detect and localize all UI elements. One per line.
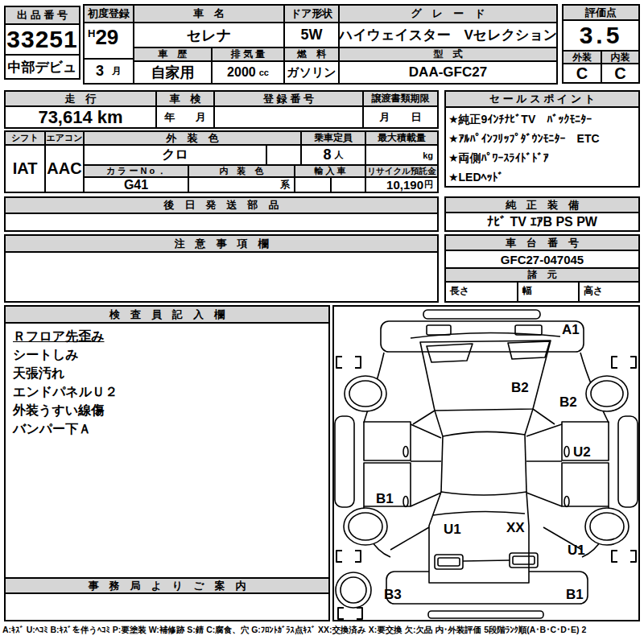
damage-label-u1-quarter: U1	[568, 543, 585, 557]
displacement-value: 2000 cc	[211, 60, 285, 85]
equipment-box: 純 正 装 備 ﾅﾋﾞ TV ｴｱB PS PW	[444, 196, 640, 232]
later-parts-body	[6, 214, 437, 230]
shift-value: IAT	[4, 144, 46, 193]
inspector-notes: Ｒフロア先歪み シートしみ 天張汚れ エンドパネルＵ２ 外装うすい線傷 バンパー…	[6, 324, 328, 441]
caution-body	[6, 253, 437, 301]
registration-number-header: 登 録 番 号	[213, 90, 364, 107]
c-pillar-right	[526, 493, 562, 506]
import-car-cell-right	[330, 176, 366, 193]
b-pillar-right	[526, 424, 562, 436]
recycle-deposit-value: 10,190 円	[365, 176, 439, 193]
exterior-color-value: クロ	[83, 144, 267, 166]
score-value: 3.5	[562, 19, 640, 52]
wheel-front-left-inner	[349, 381, 382, 407]
inspection-header: 車 検	[155, 90, 215, 107]
transfer-docs-value: 月 日	[362, 105, 439, 129]
mileage-value: 73,614 km	[4, 105, 157, 129]
footer-legend: A:ｷｽﾞ U:ﾍｺﾐ B:ｷｽﾞを伴うﾍｺﾐ P:要塗装 W:補修跡 S:錆 …	[2, 625, 642, 641]
car-outline-svg	[334, 307, 638, 620]
caution-header: 注 意 事 項 欄	[6, 236, 437, 253]
inspector-note: 外装うすい線傷	[13, 401, 321, 419]
roof-edge-right	[525, 409, 533, 435]
sales-point: ★ｱﾙﾊﾟｲﾝﾌﾘｯﾌﾟﾀﾞｳﾝﾓﾆﾀｰ ETC	[448, 129, 636, 148]
car-damage-diagram: A1 B2 B2 U2 B1 U1 XX U1 B3 B1	[332, 305, 640, 621]
displacement-unit: cc	[259, 68, 269, 77]
damage-label-xx-tailgate: XX	[506, 521, 525, 535]
roof-edge-left	[435, 411, 443, 436]
windshield	[420, 341, 551, 411]
exterior-color-extra-cell	[266, 144, 302, 166]
recycle-number: 10,190	[386, 178, 423, 192]
damage-label-b1-bumper: B1	[566, 588, 584, 601]
rear-bumper-lip	[428, 611, 543, 618]
chassis-header: 車 台 番 号	[446, 236, 638, 251]
b-pillar-left	[411, 424, 441, 438]
specs-header: 諸 元	[446, 269, 638, 283]
later-parts-box: 後 日 発 送 部 品	[4, 196, 439, 232]
inspector-header: 検 査 員 記 入 欄	[6, 307, 328, 324]
color-no-value: G41	[83, 176, 189, 193]
later-parts-header: 後 日 発 送 部 品	[6, 198, 437, 214]
fuel-value: ガソリン	[283, 60, 340, 85]
max-load-unit: kg	[423, 151, 433, 160]
a-pillar-right	[533, 409, 555, 424]
wheel-rear-left-inner	[349, 513, 382, 540]
front-panel	[381, 321, 584, 352]
wheel-rear-right-inner	[590, 513, 624, 540]
door-shape-header: ドア形状	[283, 4, 340, 23]
first-registration-month: 3 月	[83, 58, 134, 85]
exterior-grade-value: C	[562, 63, 602, 84]
month-unit: 月	[112, 64, 122, 78]
aircon-value: AAC	[44, 144, 85, 193]
damage-label-b2-hood: B2	[511, 381, 529, 394]
car-history-value: 自家用	[133, 60, 213, 85]
office-header: 事 務 局 よ り ご 案 内	[6, 579, 328, 594]
inspector-box: 検 査 員 記 入 欄 Ｒフロア先歪み シートしみ 天張汚れ エンドパネルＵ２ …	[4, 305, 330, 579]
office-body	[6, 594, 328, 620]
specs-row: 長さ 幅 高さ	[446, 283, 638, 301]
import-car-cell-left	[294, 176, 332, 193]
first-registration-header: 初度登録	[83, 4, 134, 23]
chassis-value: GFC27-047045	[446, 251, 638, 269]
quarter-crease-left	[390, 527, 429, 550]
capacity-number: 8	[323, 147, 331, 163]
spare-wheel-inner	[341, 577, 366, 603]
model-code-value: DAA-GFC27	[338, 60, 558, 85]
capacity-unit: 人	[335, 149, 344, 161]
auction-venue: 中部デビュ	[4, 54, 80, 80]
office-box: 事 務 局 よ り ご 案 内	[4, 577, 330, 621]
headlight-left	[427, 325, 451, 335]
max-load-value: kg	[365, 144, 439, 166]
front-bumper-bar	[423, 310, 540, 319]
grade-header: グ レ ー ド	[338, 4, 558, 23]
month-value: 3	[96, 63, 104, 80]
spec-length-cell: 長さ	[446, 283, 518, 301]
rocker-strip-left	[335, 416, 354, 507]
inspector-note: シートしみ	[13, 345, 321, 364]
inspector-note: Ｒフロア先歪み	[13, 327, 321, 345]
roof-side-right	[525, 435, 526, 492]
sales-points-box: セ ー ル ス ポ イ ン ト ★純正9ｲﾝﾁﾅﾋﾞTV ﾊﾞｯｸﾓﾆﾀｰ ★ｱ…	[444, 90, 640, 188]
transfer-docs-header: 譲渡書類期限	[362, 90, 439, 107]
first-registration-year: H29 年	[83, 22, 134, 60]
recycle-unit: 円	[424, 179, 433, 191]
damage-label-b2-fender: B2	[559, 395, 577, 409]
door-shape-value: 5W	[283, 22, 340, 48]
a-pillar-left	[413, 411, 435, 424]
grade-value: ハイウェイスター Vセレクション	[338, 22, 558, 48]
wiper-right	[508, 341, 550, 359]
sales-point: ★LEDﾍｯﾄﾞ	[448, 167, 636, 187]
interior-color-value: 系	[188, 176, 295, 193]
score-header: 評価点	[562, 4, 640, 21]
roof-front-edge	[443, 431, 525, 436]
door-handle-front-right	[564, 447, 569, 457]
interior-grade-value: C	[601, 63, 640, 84]
damage-label-u2-door: U2	[573, 445, 591, 459]
wiper-left	[427, 344, 473, 362]
sales-points-list: ★純正9ｲﾝﾁﾅﾋﾞTV ﾊﾞｯｸﾓﾆﾀｰ ★ｱﾙﾊﾟｲﾝﾌﾘｯﾌﾟﾀﾞｳﾝﾓﾆ…	[446, 108, 638, 188]
inspector-note: 天張汚れ	[13, 364, 321, 382]
spec-width-cell: 幅	[518, 283, 580, 301]
damage-label-a1: A1	[562, 323, 580, 336]
registration-number-value	[213, 105, 364, 129]
caution-box: 注 意 事 項 欄	[4, 234, 439, 303]
